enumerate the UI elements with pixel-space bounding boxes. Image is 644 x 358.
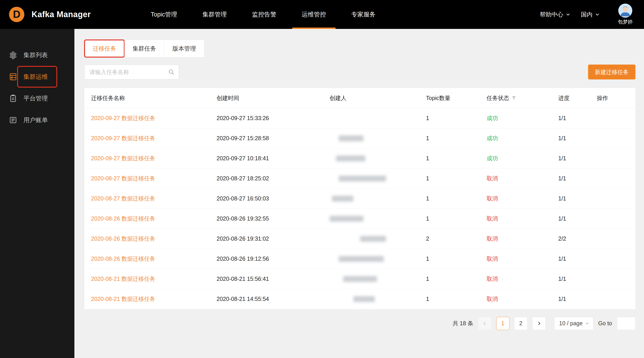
table-row: 2020-08-26 数据迁移任务2020-08-26 19:32:551取消1…: [84, 209, 636, 229]
goto-page-input[interactable]: [617, 317, 636, 330]
nav-item[interactable]: 集群管理: [190, 0, 240, 29]
table-header: 迁移任务名称创建时间创建人Topic数量任务状态进度操作: [84, 88, 636, 108]
column-header: 创建人: [330, 88, 426, 108]
sidebar-item-label: 平台管理: [24, 94, 48, 103]
tab[interactable]: 集群任务: [124, 40, 164, 57]
chevron-down-icon: [565, 12, 571, 17]
avatar[interactable]: [618, 4, 632, 18]
page-size-select[interactable]: 10 / page: [554, 317, 593, 330]
nav-item[interactable]: 监控告警: [240, 0, 289, 29]
task-name-link[interactable]: 2020-09-27 数据迁移任务: [91, 135, 155, 141]
progress-value: 1/1: [558, 209, 597, 229]
column-header: 迁移任务名称: [84, 88, 217, 108]
column-header-label: 创建时间: [217, 95, 239, 101]
task-name-link[interactable]: 2020-09-27 数据迁移任务: [91, 155, 155, 161]
topic-count: 1: [426, 128, 486, 148]
sidebar-item[interactable]: 集群运维: [0, 66, 74, 88]
created-time: 2020-08-26 19:32:55: [217, 209, 330, 229]
created-time: 2020-09-27 10:18:41: [217, 148, 330, 168]
creator-cell: [330, 229, 426, 249]
sidebar-item[interactable]: 平台管理: [0, 88, 74, 109]
task-name-link[interactable]: 2020-08-21 数据迁移任务: [91, 276, 155, 282]
region-label: 国内: [581, 11, 592, 19]
actions-cell: [597, 168, 636, 188]
search-input[interactable]: [84, 65, 179, 80]
topic-count: 1: [426, 289, 486, 309]
creator-cell: [330, 108, 426, 128]
status-badge: 取消: [486, 255, 498, 262]
creator-cell: [330, 168, 426, 188]
top-nav: Topic管理集群管理监控告警运维管控专家服务: [138, 0, 388, 29]
task-name-link[interactable]: 2020-08-27 数据迁移任务: [91, 195, 155, 202]
page-button[interactable]: 1: [496, 317, 510, 330]
created-time: 2020-08-21 15:56:41: [217, 269, 330, 289]
svg-text:D: D: [13, 8, 20, 20]
prev-page-button[interactable]: [478, 317, 491, 330]
table-row: 2020-08-27 数据迁移任务2020-08-27 18:25:021取消1…: [84, 168, 636, 188]
search-box: [84, 65, 179, 80]
region-selector[interactable]: 国内: [581, 11, 600, 19]
app-title: Kafka Manager: [32, 10, 91, 19]
next-page-button[interactable]: [532, 317, 546, 330]
status-badge: 取消: [486, 276, 498, 282]
task-name-link[interactable]: 2020-08-21 数据迁移任务: [91, 296, 155, 302]
nav-item[interactable]: 专家服务: [339, 0, 388, 29]
nav-item-label: 专家服务: [351, 11, 376, 19]
created-time: 2020-08-27 16:50:03: [217, 188, 330, 209]
tab-bar: 迁移任务集群任务版本管理: [84, 40, 636, 57]
task-name-link[interactable]: 2020-08-26 数据迁移任务: [91, 235, 155, 242]
task-name-link[interactable]: 2020-08-26 数据迁移任务: [91, 255, 155, 262]
creator-cell: [330, 188, 426, 209]
creator-cell: [330, 128, 426, 148]
column-header[interactable]: 任务状态: [486, 88, 558, 108]
tab[interactable]: 版本管理: [164, 40, 204, 57]
platform-icon: [9, 94, 17, 103]
column-header-label: 操作: [597, 95, 608, 101]
topic-count: 1: [426, 209, 486, 229]
task-name-link[interactable]: 2020-08-27 数据迁移任务: [91, 175, 155, 181]
actions-cell: [597, 229, 636, 249]
sidebar-item[interactable]: 用户账单: [0, 109, 74, 131]
table-row: 2020-09-27 数据迁移任务2020-09-27 15:28:581成功1…: [84, 128, 636, 148]
topic-count: 2: [426, 229, 486, 249]
nav-item[interactable]: Topic管理: [138, 0, 190, 29]
status-badge: 成功: [486, 155, 498, 161]
redacted-creator: [360, 236, 386, 242]
column-header-label: 任务状态: [486, 95, 509, 101]
progress-value: 1/1: [558, 289, 597, 309]
table-row: 2020-08-26 数据迁移任务2020-08-26 19:12:561取消1…: [84, 249, 636, 269]
task-name-link[interactable]: 2020-08-26 数据迁移任务: [91, 215, 155, 222]
tab-label: 迁移任务: [93, 45, 116, 53]
goto-label: Go to: [598, 320, 612, 327]
filter-icon[interactable]: [512, 96, 516, 101]
task-name-link[interactable]: 2020-09-27 数据迁移任务: [91, 115, 155, 121]
user-profile[interactable]: 包梦婷: [618, 4, 633, 25]
redacted-creator: [339, 135, 364, 141]
page-button[interactable]: 2: [514, 317, 528, 330]
ops-icon: [9, 73, 17, 81]
topic-count: 1: [426, 168, 486, 188]
billing-icon: [9, 116, 17, 124]
toolbar: 新建迁移任务: [84, 65, 636, 80]
column-header-label: 进度: [558, 95, 570, 101]
redacted-creator: [332, 196, 353, 202]
chevron-down-icon: [585, 321, 590, 326]
creator-cell: [330, 269, 426, 289]
created-time: 2020-09-27 15:33:26: [217, 108, 330, 128]
chevron-down-icon: [594, 12, 600, 17]
new-migration-task-button[interactable]: 新建迁移任务: [588, 65, 636, 80]
sidebar-item-label: 集群运维: [24, 73, 48, 81]
nav-item[interactable]: 运维管控: [289, 0, 339, 29]
progress-value: 1/1: [558, 188, 597, 209]
column-header: 创建时间: [217, 88, 330, 108]
user-name: 包梦婷: [618, 19, 633, 25]
tab-label: 集群任务: [132, 45, 156, 53]
actions-cell: [597, 289, 636, 309]
sidebar-item[interactable]: 集群列表: [0, 44, 74, 66]
help-center-link[interactable]: 帮助中心: [540, 11, 571, 19]
table-row: 2020-09-27 数据迁移任务2020-09-27 10:18:411成功1…: [84, 148, 636, 168]
progress-value: 1/1: [558, 269, 597, 289]
tab[interactable]: 迁移任务: [84, 40, 124, 57]
status-badge: 成功: [486, 115, 498, 121]
creator-cell: [330, 249, 426, 269]
